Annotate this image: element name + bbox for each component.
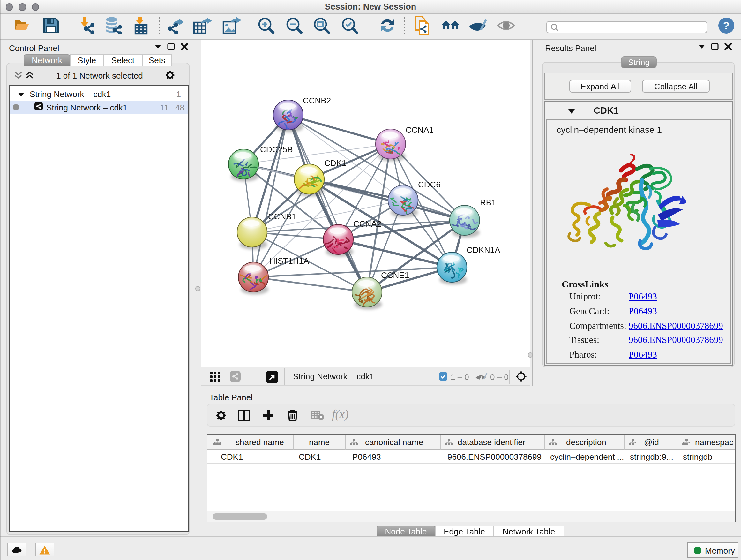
svg-text:CCNB1: CCNB1 [268,212,296,221]
svg-text:CDK1: CDK1 [324,159,346,168]
svg-text:CDKN1A: CDKN1A [467,245,500,255]
svg-text:CCNE1: CCNE1 [381,270,409,280]
svg-text:CCNA1: CCNA1 [406,125,434,135]
svg-text:CDC6: CDC6 [418,180,441,189]
svg-text:?: ? [723,19,730,32]
svg-text:CDC25B: CDC25B [260,145,293,154]
svg-text:CCNB2: CCNB2 [303,96,331,105]
svg-text:RB1: RB1 [480,198,496,207]
svg-text:CCNA2: CCNA2 [353,219,381,229]
svg-text:HIST1H1A: HIST1H1A [269,256,309,266]
